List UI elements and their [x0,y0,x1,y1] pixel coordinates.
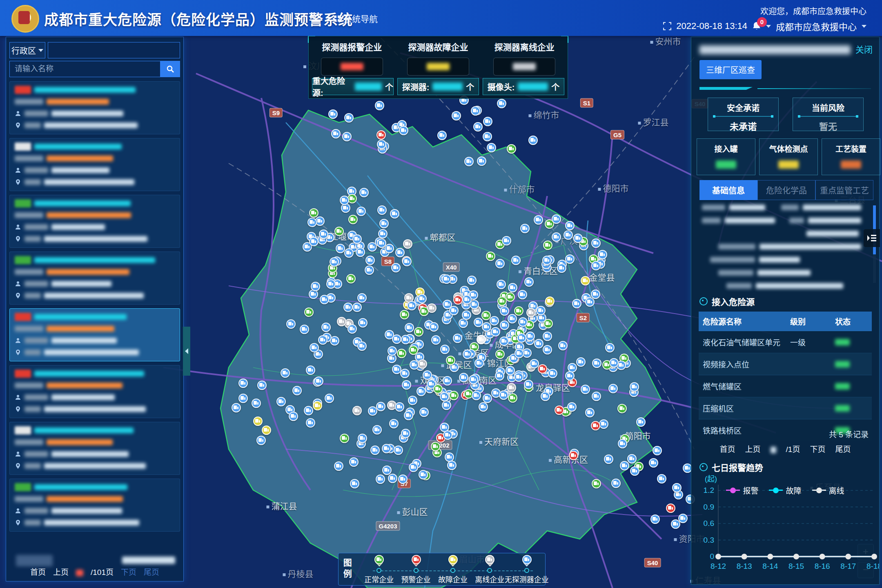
map-pin-blue[interactable] [325,394,334,403]
map-pin-blue[interactable] [630,466,639,476]
3d-tour-button[interactable]: 三维厂区巡查 [699,60,762,79]
map-pin-blue[interactable] [320,295,329,304]
map-pin-blue[interactable] [232,403,241,412]
map-pin-blue[interactable] [592,359,601,368]
map-pin-blue[interactable] [585,297,595,307]
org-name[interactable]: 成都市应急救援中心 [776,20,857,33]
map-pin-blue[interactable] [357,341,367,351]
search-button[interactable] [160,61,180,77]
close-button[interactable]: 关闭 [855,43,873,55]
map-pin-green[interactable] [304,307,314,317]
map-pin-green[interactable] [495,350,505,359]
map-pin-blue[interactable] [541,392,550,401]
map-pin-blue[interactable] [657,474,666,483]
map-pin-gray[interactable] [418,359,427,369]
pagination-first[interactable]: 首页 [720,445,735,454]
map-pin-blue[interactable] [321,323,331,332]
map-pin-blue[interactable] [443,376,452,385]
map-pin-blue[interactable] [469,375,478,384]
map-pin-blue[interactable] [558,341,568,350]
map-pin-blue[interactable] [372,425,382,434]
pagination-prev[interactable]: 上页 [745,445,761,454]
map-pin-blue[interactable] [286,319,296,329]
map-pin-blue[interactable] [340,196,349,205]
map-pin-blue[interactable] [376,474,385,484]
map-pin-blue[interactable] [552,232,561,242]
region-filter-input[interactable] [48,42,180,58]
region-filter-dropdown[interactable]: 行政区 [9,42,45,58]
map-pin-blue[interactable] [256,436,266,445]
map-pin-blue[interactable] [390,209,399,218]
map-pin-green[interactable] [617,404,627,413]
map-pin-blue[interactable] [306,365,315,375]
notification-bell[interactable]: 0 [752,21,761,31]
map-pin-blue[interactable] [382,444,391,453]
map-pin-blue[interactable] [518,317,528,327]
map-pin-blue[interactable] [402,257,412,266]
system-nav-button[interactable]: 系统导航 [334,12,378,24]
map-pin-blue[interactable] [349,457,359,467]
map-pin-blue[interactable] [289,412,298,421]
map-pin-green[interactable] [431,442,440,451]
map-pin-blue[interactable] [352,303,362,312]
map-pin-red[interactable] [666,503,675,513]
map-pin-blue[interactable] [344,248,354,258]
map-pin-yellow[interactable] [581,276,590,285]
map-pin-green[interactable] [507,144,516,154]
map-pin-blue[interactable] [506,366,515,375]
map-pin-blue[interactable] [370,445,380,455]
map-pin-green[interactable] [414,327,423,336]
map-pin-blue[interactable] [534,339,543,348]
map-pin-blue[interactable] [477,156,486,166]
map-pin-blue[interactable] [416,387,426,396]
map-pin-blue[interactable] [257,381,267,390]
map-pin-blue[interactable] [605,343,615,352]
map-pin-blue[interactable] [304,406,313,415]
map-pin-blue[interactable] [609,358,619,368]
map-pin-blue[interactable] [238,379,248,388]
map-pin-blue[interactable] [359,188,369,197]
map-pin-blue[interactable] [382,466,392,475]
chevron-down-icon[interactable] [862,25,866,28]
map-pin-blue[interactable] [402,380,411,390]
map-pin-green[interactable] [514,306,523,316]
map-pin-blue[interactable] [599,419,608,429]
map-pin-blue[interactable] [581,385,590,394]
tab-重点监管工艺[interactable]: 重点监管工艺 [815,180,873,200]
map-pin-blue[interactable] [508,283,517,292]
tab-基础信息[interactable]: 基础信息 [699,180,757,200]
company-list-item[interactable] [9,138,180,191]
map-pin-blue[interactable] [649,458,658,468]
company-list-item[interactable] [9,252,180,305]
map-pin-blue[interactable] [636,417,646,427]
map-pin-blue[interactable] [399,126,408,135]
map-pin-gray[interactable] [403,239,412,249]
map-pin-blue[interactable] [395,248,405,257]
map-pin-gray[interactable] [526,308,536,317]
map-pin-blue[interactable] [483,132,492,141]
map-pin-blue[interactable] [334,461,343,471]
pagination-first[interactable]: 首页 [30,568,46,577]
map-pin-green[interactable] [543,241,552,250]
map-pin-blue[interactable] [375,101,384,110]
map-pin-blue[interactable] [611,479,621,488]
map-pin-blue[interactable] [328,109,338,119]
tab-危险化学品[interactable]: 危险化学品 [757,180,815,200]
map-pin-blue[interactable] [389,419,399,428]
company-list-item[interactable] [9,365,180,418]
map-pin-green[interactable] [446,356,455,365]
map-pin-blue[interactable] [429,322,439,332]
map-pin-blue[interactable] [309,237,318,246]
map-pin-blue[interactable] [520,224,530,233]
map-pin-blue[interactable] [497,99,506,108]
map-pin-blue[interactable] [443,430,452,440]
fullscreen-icon[interactable] [663,22,671,30]
pagination-last[interactable]: 尾页 [835,445,851,454]
table-row[interactable]: 视频接入点位 [699,353,872,375]
map-pin-blue[interactable] [357,293,367,303]
map-pin-blue[interactable] [530,359,539,368]
map-pin-blue[interactable] [487,143,496,152]
map-pin-blue[interactable] [591,238,601,248]
map-pin-blue[interactable] [326,279,336,289]
map-pin-blue[interactable] [306,418,315,428]
